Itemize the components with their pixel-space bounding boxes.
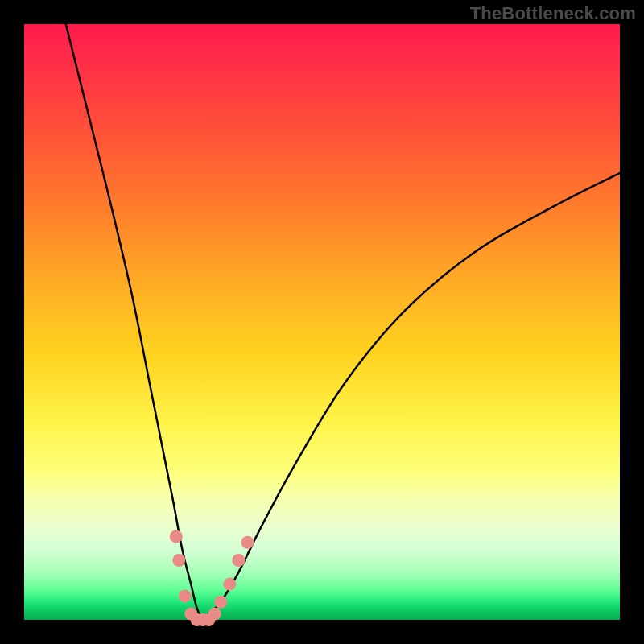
data-marker [170, 530, 183, 543]
bottleneck-curve-path [66, 24, 620, 620]
plot-area [24, 24, 620, 620]
data-marker [223, 578, 236, 591]
data-marker [172, 554, 185, 567]
watermark-text: TheBottleneck.com [470, 3, 636, 24]
data-marker [214, 596, 227, 609]
data-marker [179, 589, 192, 602]
bottleneck-curve-svg [24, 24, 620, 620]
data-marker [232, 554, 245, 567]
chart-frame: TheBottleneck.com [0, 0, 644, 644]
data-marker [208, 608, 221, 621]
data-marker [242, 536, 254, 549]
